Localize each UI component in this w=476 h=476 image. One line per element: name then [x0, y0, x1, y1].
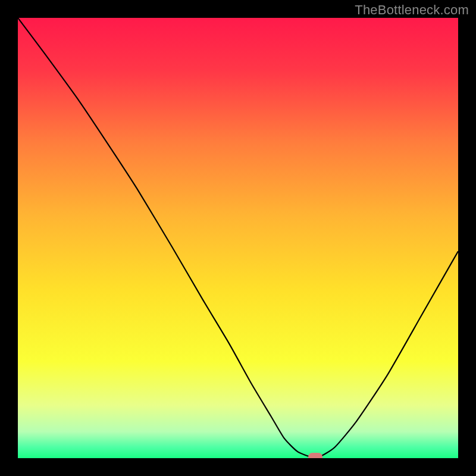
optimal-marker: [308, 453, 322, 458]
watermark-text: TheBottleneck.com: [355, 2, 469, 18]
gradient-background: [18, 18, 458, 458]
plot-area: [18, 18, 458, 458]
chart-frame: TheBottleneck.com: [0, 0, 476, 476]
chart-svg: [18, 18, 458, 458]
